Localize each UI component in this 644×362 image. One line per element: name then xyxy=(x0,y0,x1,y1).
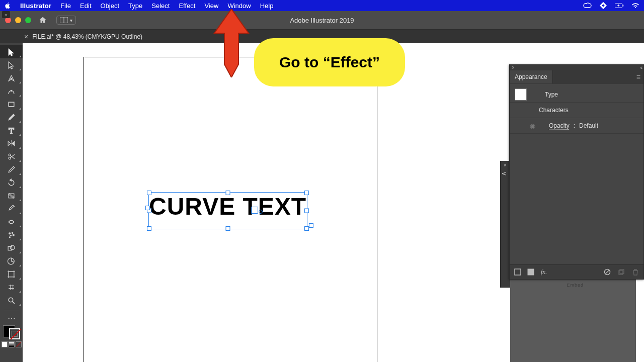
canvas-text-object[interactable]: CURVE TEXT xyxy=(149,193,307,220)
selection-handle[interactable] xyxy=(226,191,230,195)
symbol-sprayer-tool[interactable] xyxy=(0,228,23,241)
stroke-swatch[interactable] xyxy=(9,328,20,339)
pen-tool[interactable] xyxy=(0,71,23,84)
selection-handle[interactable] xyxy=(304,191,309,195)
svg-point-12 xyxy=(9,232,11,234)
window-minimize-button[interactable] xyxy=(15,17,21,23)
svg-rect-8 xyxy=(9,102,14,107)
reflect-tool[interactable] xyxy=(0,137,23,150)
delete-item-icon[interactable] xyxy=(631,268,639,276)
appearance-row-type[interactable]: Type xyxy=(510,87,643,103)
text-in-port[interactable] xyxy=(145,206,150,210)
annotation-callout: Go to “Effect” xyxy=(254,38,405,86)
selection-handle[interactable] xyxy=(147,191,151,195)
text-selection-box[interactable]: CURVE TEXT xyxy=(148,192,307,229)
expand-panels-button[interactable]: ›› xyxy=(2,11,10,18)
apple-logo-icon[interactable] xyxy=(4,2,11,9)
svg-marker-21 xyxy=(214,9,249,77)
svg-rect-19 xyxy=(9,272,14,277)
direct-selection-tool[interactable] xyxy=(0,58,23,71)
annotation-arrow-icon xyxy=(212,9,251,77)
graph-tool[interactable] xyxy=(0,254,23,267)
fill-stroke-swatches[interactable] xyxy=(2,325,22,347)
appearance-tab[interactable]: Appearance xyxy=(510,70,553,83)
menu-file[interactable]: File xyxy=(60,2,71,10)
blend-tool[interactable] xyxy=(0,215,23,228)
menu-window[interactable]: Window xyxy=(227,2,251,10)
diamond-icon[interactable] xyxy=(599,2,608,9)
selection-handle[interactable] xyxy=(304,226,309,231)
opacity-label[interactable]: Opacity xyxy=(549,122,570,129)
artboard-tool[interactable] xyxy=(0,267,23,281)
zoom-tool[interactable] xyxy=(0,294,23,307)
paintbrush-tool[interactable] xyxy=(0,111,23,124)
text-out-port[interactable] xyxy=(309,223,313,228)
menu-help[interactable]: Help xyxy=(260,2,274,10)
svg-rect-3 xyxy=(623,5,624,6)
svg-point-7 xyxy=(11,90,12,92)
appearance-panel-footer: fx. xyxy=(510,264,643,279)
artboard[interactable]: CURVE TEXT xyxy=(84,57,377,362)
none-mode-button[interactable] xyxy=(16,341,22,347)
appearance-row-characters-label: Characters xyxy=(539,107,569,114)
battery-icon[interactable] xyxy=(615,2,624,9)
selection-handle[interactable] xyxy=(226,226,230,231)
menu-type[interactable]: Type xyxy=(128,2,142,10)
text-anchor-handle[interactable] xyxy=(251,207,258,214)
menu-view[interactable]: View xyxy=(204,2,218,10)
app-name[interactable]: Illustrator xyxy=(20,2,51,10)
visibility-toggle-icon[interactable]: ◉ xyxy=(528,122,537,130)
close-icon[interactable]: × xyxy=(512,65,515,70)
menu-effect[interactable]: Effect xyxy=(179,2,195,10)
add-stroke-icon[interactable] xyxy=(514,268,522,276)
svg-rect-22 xyxy=(515,269,521,275)
rectangle-tool[interactable] xyxy=(0,98,23,111)
duplicate-item-icon[interactable] xyxy=(617,268,625,276)
appearance-thumb xyxy=(515,88,527,101)
type-tool[interactable] xyxy=(0,124,23,137)
collapsed-panel[interactable]: × A xyxy=(500,161,510,288)
arrange-documents-button[interactable]: ▾ xyxy=(56,16,76,25)
wifi-icon[interactable] xyxy=(631,2,640,9)
appearance-panel[interactable]: × ‹‹ Appearance ≡ Type Characters ◉ Opac… xyxy=(509,64,644,280)
scissors-tool[interactable] xyxy=(0,150,23,163)
dock-label: Embed xyxy=(567,283,584,288)
shape-builder-tool[interactable] xyxy=(0,241,23,254)
creative-cloud-icon[interactable] xyxy=(583,2,592,9)
svg-point-13 xyxy=(12,232,13,233)
curvature-tool[interactable] xyxy=(0,84,23,98)
svg-rect-26 xyxy=(619,270,623,275)
edit-toolbar-button[interactable]: ⋯ xyxy=(0,313,23,322)
clear-appearance-icon[interactable] xyxy=(603,268,611,276)
tools-panel: ⋯ xyxy=(0,43,23,362)
add-fill-icon[interactable] xyxy=(527,268,535,276)
selection-handle[interactable] xyxy=(147,226,151,231)
selection-tool[interactable] xyxy=(0,45,23,58)
panel-dragbar[interactable]: × ‹‹ xyxy=(510,65,643,70)
appearance-row-type-label: Type xyxy=(545,91,558,98)
color-mode-button[interactable] xyxy=(2,341,8,347)
collapse-icon[interactable]: ‹‹ xyxy=(640,65,641,70)
selection-handle[interactable] xyxy=(304,209,309,213)
menu-edit[interactable]: Edit xyxy=(80,2,91,10)
eyedropper-tool[interactable] xyxy=(0,202,23,215)
gradient-mode-button[interactable] xyxy=(9,341,15,347)
close-icon[interactable]: × xyxy=(501,162,510,168)
menu-select[interactable]: Select xyxy=(151,2,170,10)
svg-point-16 xyxy=(9,236,10,237)
document-tab-title[interactable]: FILE.ai* @ 48,43% (CMYK/GPU Outline) xyxy=(32,33,142,40)
window-zoom-button[interactable] xyxy=(25,17,31,23)
appearance-row-opacity[interactable]: ◉ Opacity: Default xyxy=(510,118,643,134)
opacity-value: Default xyxy=(579,122,598,129)
menu-object[interactable]: Object xyxy=(101,2,120,10)
add-effect-icon[interactable]: fx. xyxy=(540,268,548,276)
home-button[interactable] xyxy=(38,16,47,25)
eraser-tool[interactable] xyxy=(0,163,23,176)
panel-menu-icon[interactable]: ≡ xyxy=(636,73,640,81)
svg-rect-23 xyxy=(528,269,534,275)
slice-tool[interactable] xyxy=(0,281,23,294)
gradient-tool[interactable] xyxy=(0,189,23,202)
close-tab-button[interactable]: × xyxy=(24,33,28,41)
rotate-tool[interactable] xyxy=(0,176,23,189)
appearance-row-characters[interactable]: Characters xyxy=(510,103,643,118)
